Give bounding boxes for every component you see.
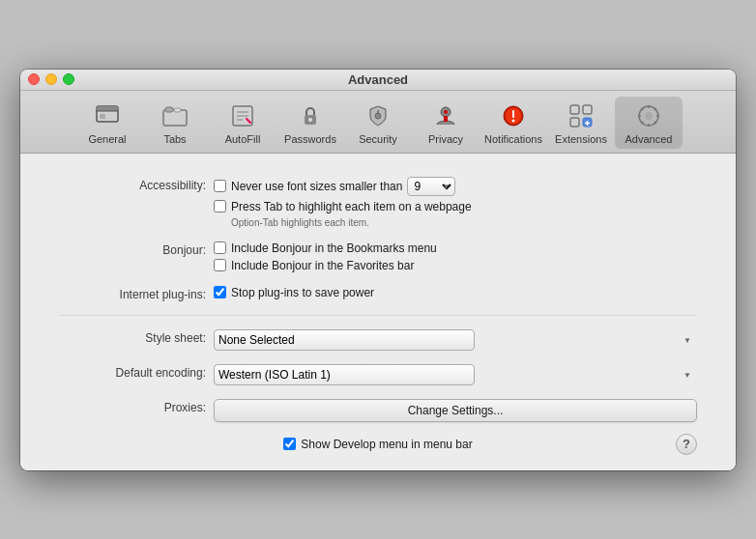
content-area: Accessibility: Never use font sizes smal… xyxy=(20,154,736,470)
proxies-controls: Change Settings... xyxy=(214,399,697,422)
tab-tabs-label: Tabs xyxy=(163,133,186,145)
tab-notifications[interactable]: Notifications xyxy=(480,97,547,149)
autofill-icon xyxy=(227,100,258,131)
toolbar: General Tabs A xyxy=(20,91,736,154)
tab-extensions-label: Extensions xyxy=(555,133,607,145)
style-sheet-controls: None Selected xyxy=(214,329,697,351)
bottom-row: Show Develop menu in menu bar ? xyxy=(59,438,697,451)
encoding-controls: Western (ISO Latin 1) UTF-8 Unicode (UTF… xyxy=(214,364,697,385)
svg-point-23 xyxy=(512,119,515,122)
help-button[interactable]: ? xyxy=(676,434,697,455)
tab-privacy[interactable]: Privacy xyxy=(412,97,480,149)
develop-menu-label: Show Develop menu in menu bar xyxy=(301,438,472,451)
window-title: Advanced xyxy=(348,72,408,87)
bonjour-row: Bonjour: Include Bonjour in the Bookmark… xyxy=(59,241,697,272)
develop-menu-checkbox[interactable] xyxy=(283,438,296,450)
tab-passwords[interactable]: Passwords xyxy=(276,97,344,149)
tab-tabs[interactable]: Tabs xyxy=(141,97,209,149)
svg-rect-25 xyxy=(583,105,592,114)
tab-autofill[interactable]: AutoFill xyxy=(209,97,276,149)
internet-plugins-controls: Stop plug-ins to save power xyxy=(214,286,697,299)
tab-advanced[interactable]: Advanced xyxy=(615,97,683,149)
tab-highlight-row: Press Tab to highlight each item on a we… xyxy=(214,200,697,213)
svg-rect-26 xyxy=(570,118,579,127)
tab-highlight-label: Press Tab to highlight each item on a we… xyxy=(231,200,472,213)
font-size-select-wrapper: 9101112 14161824 xyxy=(407,177,455,196)
tabs-icon xyxy=(160,100,190,131)
stop-plugins-label: Stop plug-ins to save power xyxy=(231,286,374,299)
bonjour-bookmarks-row: Include Bonjour in the Bookmarks menu xyxy=(214,241,697,255)
bonjour-favorites-checkbox[interactable] xyxy=(214,259,226,271)
proxies-row: Proxies: Change Settings... xyxy=(59,399,697,422)
tab-general-label: General xyxy=(88,133,126,145)
style-sheet-row: Style sheet: None Selected xyxy=(59,329,697,351)
internet-plugins-row: Internet plug-ins: Stop plug-ins to save… xyxy=(59,286,697,301)
tab-notifications-label: Notifications xyxy=(484,133,542,145)
font-size-row: Never use font sizes smaller than 910111… xyxy=(214,177,697,196)
tab-highlight-hint: Option-Tab highlights each item. xyxy=(231,217,697,228)
accessibility-controls: Never use font sizes smaller than 910111… xyxy=(214,177,697,228)
svg-rect-24 xyxy=(570,105,579,114)
bonjour-bookmarks-checkbox[interactable] xyxy=(214,241,226,254)
bonjour-favorites-label: Include Bonjour in the Favorites bar xyxy=(231,259,414,272)
bonjour-bookmarks-label: Include Bonjour in the Bookmarks menu xyxy=(231,241,437,255)
change-settings-button[interactable]: Change Settings... xyxy=(214,399,697,422)
encoding-row: Default encoding: Western (ISO Latin 1) … xyxy=(59,364,697,385)
proxies-label: Proxies: xyxy=(59,399,214,414)
bonjour-controls: Include Bonjour in the Bookmarks menu In… xyxy=(214,241,697,272)
font-size-select[interactable]: 9101112 14161824 xyxy=(407,177,455,196)
tab-advanced-label: Advanced xyxy=(625,133,673,145)
tab-autofill-label: AutoFill xyxy=(225,133,261,145)
font-size-checkbox[interactable] xyxy=(214,180,226,192)
maximize-button[interactable] xyxy=(63,73,74,85)
security-icon xyxy=(363,100,393,131)
stop-plugins-row: Stop plug-ins to save power xyxy=(214,286,697,299)
minimize-button[interactable] xyxy=(45,73,57,85)
tab-security[interactable]: Security xyxy=(344,97,412,149)
bonjour-label: Bonjour: xyxy=(59,241,214,257)
develop-menu-row: Show Develop menu in menu bar xyxy=(283,438,472,451)
svg-point-31 xyxy=(645,112,653,120)
encoding-label: Default encoding: xyxy=(59,364,214,380)
divider xyxy=(59,315,697,316)
svg-rect-3 xyxy=(100,114,105,119)
svg-rect-19 xyxy=(444,116,448,122)
tab-privacy-label: Privacy xyxy=(428,133,463,145)
main-window: Advanced General xyxy=(20,70,736,470)
svg-rect-8 xyxy=(174,108,181,112)
tab-extensions[interactable]: Extensions xyxy=(547,97,615,149)
traffic-lights xyxy=(28,73,74,85)
close-button[interactable] xyxy=(28,73,40,85)
accessibility-label: Accessibility: xyxy=(59,177,214,192)
encoding-select[interactable]: Western (ISO Latin 1) UTF-8 Unicode (UTF… xyxy=(214,364,475,385)
svg-rect-22 xyxy=(512,110,514,118)
svg-point-14 xyxy=(308,118,312,122)
svg-rect-4 xyxy=(107,114,115,116)
notifications-icon xyxy=(498,100,529,131)
svg-rect-5 xyxy=(107,117,112,119)
passwords-icon xyxy=(295,100,326,131)
tab-security-label: Security xyxy=(359,133,397,145)
style-sheet-select-wrapper: None Selected xyxy=(214,329,697,351)
svg-point-18 xyxy=(444,110,448,114)
svg-rect-1 xyxy=(97,106,118,111)
accessibility-row: Accessibility: Never use font sizes smal… xyxy=(59,177,697,228)
privacy-icon xyxy=(430,100,461,131)
style-sheet-select[interactable]: None Selected xyxy=(214,329,475,351)
tab-passwords-label: Passwords xyxy=(284,133,336,145)
svg-rect-7 xyxy=(165,107,173,112)
internet-plugins-label: Internet plug-ins: xyxy=(59,286,214,301)
general-icon xyxy=(92,100,123,131)
title-bar: Advanced xyxy=(20,70,736,91)
advanced-icon xyxy=(633,100,664,131)
stop-plugins-checkbox[interactable] xyxy=(214,286,226,298)
font-size-label: Never use font sizes smaller than xyxy=(231,180,402,193)
encoding-select-wrapper: Western (ISO Latin 1) UTF-8 Unicode (UTF… xyxy=(214,364,697,385)
tab-general[interactable]: General xyxy=(73,97,141,149)
style-sheet-label: Style sheet: xyxy=(59,329,214,345)
tab-highlight-checkbox[interactable] xyxy=(214,200,226,213)
extensions-icon xyxy=(566,100,596,131)
bonjour-favorites-row: Include Bonjour in the Favorites bar xyxy=(214,259,697,272)
